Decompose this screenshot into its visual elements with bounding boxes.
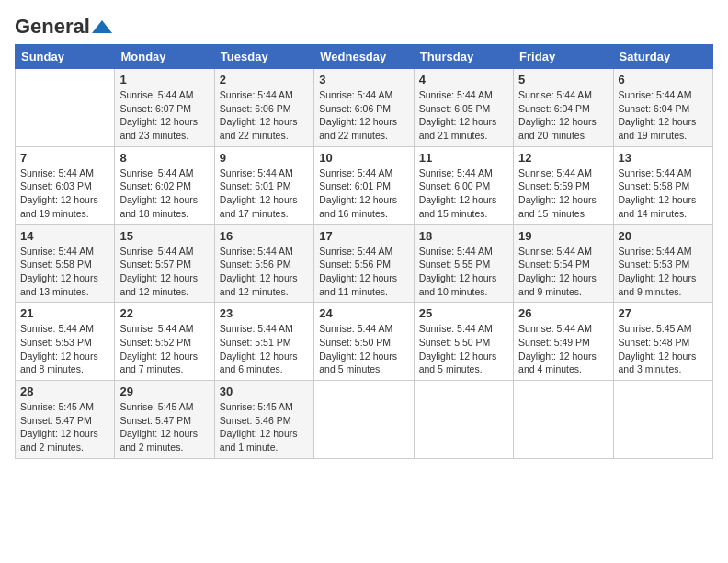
day-info: Sunrise: 5:44 AM Sunset: 5:53 PM Dayligh… [619,245,708,299]
day-info: Sunrise: 5:44 AM Sunset: 5:53 PM Dayligh… [20,322,109,376]
calendar-table: SundayMondayTuesdayWednesdayThursdayFrid… [15,44,713,459]
day-number: 17 [319,229,408,243]
day-number: 22 [119,306,209,320]
day-number: 26 [518,306,608,320]
svg-marker-0 [92,20,112,33]
calendar-cell: 24Sunrise: 5:44 AM Sunset: 5:50 PM Dayli… [314,303,414,381]
day-info: Sunrise: 5:44 AM Sunset: 5:57 PM Dayligh… [119,245,209,299]
day-info: Sunrise: 5:44 AM Sunset: 6:01 PM Dayligh… [319,167,408,221]
day-number: 29 [119,385,209,398]
calendar-cell: 1Sunrise: 5:44 AM Sunset: 6:07 PM Daylig… [115,69,214,147]
calendar-cell: 25Sunrise: 5:44 AM Sunset: 5:50 PM Dayli… [414,303,513,381]
day-info: Sunrise: 5:44 AM Sunset: 6:06 PM Dayligh… [319,88,408,143]
day-number: 30 [220,385,309,398]
calendar-cell: 21Sunrise: 5:44 AM Sunset: 5:53 PM Dayli… [16,303,115,381]
calendar-cell: 18Sunrise: 5:44 AM Sunset: 5:55 PM Dayli… [414,224,513,303]
calendar-body: 1Sunrise: 5:44 AM Sunset: 6:07 PM Daylig… [16,69,713,459]
day-info: Sunrise: 5:44 AM Sunset: 5:49 PM Dayligh… [518,322,608,376]
calendar-cell [314,381,414,459]
calendar-cell [613,381,712,459]
day-number: 4 [419,73,508,86]
weekday-header-sunday: Sunday [16,45,115,69]
weekday-header-tuesday: Tuesday [214,45,313,69]
day-number: 2 [220,73,309,86]
day-number: 1 [119,73,209,86]
day-number: 7 [20,151,109,165]
day-info: Sunrise: 5:45 AM Sunset: 5:47 PM Dayligh… [119,400,209,454]
day-number: 23 [220,306,309,320]
calendar-cell: 13Sunrise: 5:44 AM Sunset: 5:58 PM Dayli… [613,146,712,224]
calendar-week-4: 21Sunrise: 5:44 AM Sunset: 5:53 PM Dayli… [16,303,713,381]
calendar-cell: 2Sunrise: 5:44 AM Sunset: 6:06 PM Daylig… [214,69,313,147]
day-number: 12 [518,151,608,165]
day-number: 18 [419,229,508,243]
day-info: Sunrise: 5:44 AM Sunset: 5:50 PM Dayligh… [419,322,508,376]
day-number: 19 [518,229,608,243]
calendar-cell: 28Sunrise: 5:45 AM Sunset: 5:47 PM Dayli… [16,381,115,459]
day-info: Sunrise: 5:44 AM Sunset: 5:56 PM Dayligh… [220,245,309,299]
calendar-cell: 14Sunrise: 5:44 AM Sunset: 5:58 PM Dayli… [16,224,115,303]
calendar-cell: 22Sunrise: 5:44 AM Sunset: 5:52 PM Dayli… [115,303,214,381]
weekday-header-saturday: Saturday [613,45,712,69]
weekday-header-friday: Friday [514,45,613,69]
calendar-cell: 3Sunrise: 5:44 AM Sunset: 6:06 PM Daylig… [314,69,414,147]
calendar-week-5: 28Sunrise: 5:45 AM Sunset: 5:47 PM Dayli… [16,381,713,459]
day-number: 27 [619,306,708,320]
page-header: General [15,15,713,35]
day-number: 9 [220,151,309,165]
calendar-cell: 9Sunrise: 5:44 AM Sunset: 6:01 PM Daylig… [214,146,313,224]
day-info: Sunrise: 5:44 AM Sunset: 5:55 PM Dayligh… [419,245,508,299]
weekday-header-wednesday: Wednesday [314,45,414,69]
calendar-cell [514,381,613,459]
calendar-cell: 11Sunrise: 5:44 AM Sunset: 6:00 PM Dayli… [414,146,513,224]
day-info: Sunrise: 5:45 AM Sunset: 5:48 PM Dayligh… [619,322,708,376]
calendar-cell: 8Sunrise: 5:44 AM Sunset: 6:02 PM Daylig… [115,146,214,224]
calendar-cell: 15Sunrise: 5:44 AM Sunset: 5:57 PM Dayli… [115,224,214,303]
day-info: Sunrise: 5:44 AM Sunset: 5:50 PM Dayligh… [319,322,408,376]
calendar-header-row: SundayMondayTuesdayWednesdayThursdayFrid… [16,45,713,69]
day-number: 16 [220,229,309,243]
day-number: 5 [518,73,608,86]
day-number: 21 [20,306,109,320]
calendar-cell: 10Sunrise: 5:44 AM Sunset: 6:01 PM Dayli… [314,146,414,224]
day-info: Sunrise: 5:44 AM Sunset: 5:58 PM Dayligh… [20,245,109,299]
calendar-cell: 19Sunrise: 5:44 AM Sunset: 5:54 PM Dayli… [514,224,613,303]
calendar-cell: 4Sunrise: 5:44 AM Sunset: 6:05 PM Daylig… [414,69,513,147]
calendar-cell: 30Sunrise: 5:45 AM Sunset: 5:46 PM Dayli… [214,381,313,459]
calendar-cell: 7Sunrise: 5:44 AM Sunset: 6:03 PM Daylig… [16,146,115,224]
calendar-cell: 16Sunrise: 5:44 AM Sunset: 5:56 PM Dayli… [214,224,313,303]
day-number: 10 [319,151,408,165]
day-number: 8 [119,151,209,165]
day-number: 6 [619,73,708,86]
day-info: Sunrise: 5:44 AM Sunset: 6:00 PM Dayligh… [419,167,508,221]
day-number: 24 [319,306,408,320]
calendar-week-2: 7Sunrise: 5:44 AM Sunset: 6:03 PM Daylig… [16,146,713,224]
day-info: Sunrise: 5:44 AM Sunset: 5:52 PM Dayligh… [119,322,209,376]
day-info: Sunrise: 5:44 AM Sunset: 5:56 PM Dayligh… [319,245,408,299]
calendar-week-3: 14Sunrise: 5:44 AM Sunset: 5:58 PM Dayli… [16,224,713,303]
calendar-cell: 26Sunrise: 5:44 AM Sunset: 5:49 PM Dayli… [514,303,613,381]
day-info: Sunrise: 5:44 AM Sunset: 6:04 PM Dayligh… [619,88,708,143]
day-number: 20 [619,229,708,243]
day-info: Sunrise: 5:44 AM Sunset: 5:58 PM Dayligh… [619,167,708,221]
calendar-cell: 27Sunrise: 5:45 AM Sunset: 5:48 PM Dayli… [613,303,712,381]
day-number: 28 [20,385,109,398]
day-number: 11 [419,151,508,165]
day-info: Sunrise: 5:44 AM Sunset: 6:05 PM Dayligh… [419,88,508,143]
calendar-cell: 6Sunrise: 5:44 AM Sunset: 6:04 PM Daylig… [613,69,712,147]
day-info: Sunrise: 5:45 AM Sunset: 5:47 PM Dayligh… [20,400,109,454]
day-info: Sunrise: 5:44 AM Sunset: 6:03 PM Dayligh… [20,167,109,221]
day-number: 3 [319,73,408,86]
day-info: Sunrise: 5:45 AM Sunset: 5:46 PM Dayligh… [220,400,309,454]
calendar-cell: 12Sunrise: 5:44 AM Sunset: 5:59 PM Dayli… [514,146,613,224]
calendar-cell: 5Sunrise: 5:44 AM Sunset: 6:04 PM Daylig… [514,69,613,147]
weekday-header-monday: Monday [115,45,214,69]
day-info: Sunrise: 5:44 AM Sunset: 5:51 PM Dayligh… [220,322,309,376]
day-number: 15 [119,229,209,243]
day-info: Sunrise: 5:44 AM Sunset: 6:07 PM Dayligh… [119,88,209,143]
day-info: Sunrise: 5:44 AM Sunset: 6:04 PM Dayligh… [518,88,608,143]
day-info: Sunrise: 5:44 AM Sunset: 6:02 PM Dayligh… [119,167,209,221]
calendar-cell: 17Sunrise: 5:44 AM Sunset: 5:56 PM Dayli… [314,224,414,303]
day-info: Sunrise: 5:44 AM Sunset: 6:01 PM Dayligh… [220,167,309,221]
calendar-cell: 20Sunrise: 5:44 AM Sunset: 5:53 PM Dayli… [613,224,712,303]
